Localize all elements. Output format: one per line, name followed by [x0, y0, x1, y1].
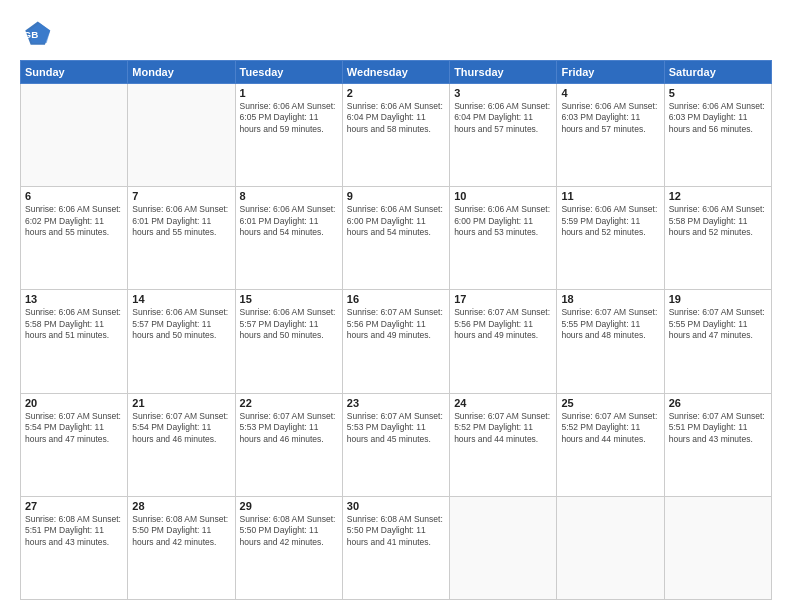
day-number: 16 — [347, 293, 445, 305]
weekday-header-saturday: Saturday — [664, 61, 771, 84]
calendar-cell: 16Sunrise: 6:07 AM Sunset: 5:56 PM Dayli… — [342, 290, 449, 393]
calendar-cell — [450, 496, 557, 599]
day-number: 18 — [561, 293, 659, 305]
day-number: 5 — [669, 87, 767, 99]
calendar-cell: 2Sunrise: 6:06 AM Sunset: 6:04 PM Daylig… — [342, 84, 449, 187]
calendar-cell: 17Sunrise: 6:07 AM Sunset: 5:56 PM Dayli… — [450, 290, 557, 393]
weekday-header-wednesday: Wednesday — [342, 61, 449, 84]
calendar-cell: 29Sunrise: 6:08 AM Sunset: 5:50 PM Dayli… — [235, 496, 342, 599]
calendar-cell: 1Sunrise: 6:06 AM Sunset: 6:05 PM Daylig… — [235, 84, 342, 187]
calendar-cell: 27Sunrise: 6:08 AM Sunset: 5:51 PM Dayli… — [21, 496, 128, 599]
calendar-cell: 21Sunrise: 6:07 AM Sunset: 5:54 PM Dayli… — [128, 393, 235, 496]
day-info: Sunrise: 6:06 AM Sunset: 5:59 PM Dayligh… — [561, 204, 659, 238]
weekday-header-monday: Monday — [128, 61, 235, 84]
day-info: Sunrise: 6:07 AM Sunset: 5:56 PM Dayligh… — [454, 307, 552, 341]
day-info: Sunrise: 6:06 AM Sunset: 6:04 PM Dayligh… — [454, 101, 552, 135]
calendar-week-row: 6Sunrise: 6:06 AM Sunset: 6:02 PM Daylig… — [21, 187, 772, 290]
day-info: Sunrise: 6:06 AM Sunset: 6:01 PM Dayligh… — [132, 204, 230, 238]
day-info: Sunrise: 6:06 AM Sunset: 6:03 PM Dayligh… — [669, 101, 767, 135]
calendar-cell: 24Sunrise: 6:07 AM Sunset: 5:52 PM Dayli… — [450, 393, 557, 496]
calendar-cell — [21, 84, 128, 187]
calendar-cell: 3Sunrise: 6:06 AM Sunset: 6:04 PM Daylig… — [450, 84, 557, 187]
calendar-week-row: 1Sunrise: 6:06 AM Sunset: 6:05 PM Daylig… — [21, 84, 772, 187]
day-info: Sunrise: 6:08 AM Sunset: 5:50 PM Dayligh… — [240, 514, 338, 548]
day-number: 3 — [454, 87, 552, 99]
calendar-cell: 8Sunrise: 6:06 AM Sunset: 6:01 PM Daylig… — [235, 187, 342, 290]
calendar-cell: 12Sunrise: 6:06 AM Sunset: 5:58 PM Dayli… — [664, 187, 771, 290]
weekday-header-sunday: Sunday — [21, 61, 128, 84]
day-info: Sunrise: 6:06 AM Sunset: 6:03 PM Dayligh… — [561, 101, 659, 135]
day-info: Sunrise: 6:07 AM Sunset: 5:52 PM Dayligh… — [561, 411, 659, 445]
day-number: 20 — [25, 397, 123, 409]
calendar-cell: 18Sunrise: 6:07 AM Sunset: 5:55 PM Dayli… — [557, 290, 664, 393]
day-number: 26 — [669, 397, 767, 409]
day-number: 13 — [25, 293, 123, 305]
day-info: Sunrise: 6:07 AM Sunset: 5:55 PM Dayligh… — [669, 307, 767, 341]
day-number: 1 — [240, 87, 338, 99]
calendar-cell — [557, 496, 664, 599]
day-info: Sunrise: 6:06 AM Sunset: 5:57 PM Dayligh… — [132, 307, 230, 341]
day-info: Sunrise: 6:07 AM Sunset: 5:51 PM Dayligh… — [669, 411, 767, 445]
day-number: 15 — [240, 293, 338, 305]
calendar-cell: 19Sunrise: 6:07 AM Sunset: 5:55 PM Dayli… — [664, 290, 771, 393]
logo-icon: GB — [20, 18, 52, 50]
day-number: 17 — [454, 293, 552, 305]
day-info: Sunrise: 6:08 AM Sunset: 5:51 PM Dayligh… — [25, 514, 123, 548]
calendar-cell: 25Sunrise: 6:07 AM Sunset: 5:52 PM Dayli… — [557, 393, 664, 496]
day-info: Sunrise: 6:07 AM Sunset: 5:53 PM Dayligh… — [347, 411, 445, 445]
day-info: Sunrise: 6:06 AM Sunset: 6:00 PM Dayligh… — [454, 204, 552, 238]
day-info: Sunrise: 6:07 AM Sunset: 5:56 PM Dayligh… — [347, 307, 445, 341]
day-number: 30 — [347, 500, 445, 512]
page: GB SundayMondayTuesdayWednesdayThursdayF… — [0, 0, 792, 612]
calendar-week-row: 27Sunrise: 6:08 AM Sunset: 5:51 PM Dayli… — [21, 496, 772, 599]
day-info: Sunrise: 6:07 AM Sunset: 5:54 PM Dayligh… — [132, 411, 230, 445]
calendar-week-row: 20Sunrise: 6:07 AM Sunset: 5:54 PM Dayli… — [21, 393, 772, 496]
calendar-cell: 10Sunrise: 6:06 AM Sunset: 6:00 PM Dayli… — [450, 187, 557, 290]
day-info: Sunrise: 6:06 AM Sunset: 5:58 PM Dayligh… — [669, 204, 767, 238]
weekday-header-friday: Friday — [557, 61, 664, 84]
day-info: Sunrise: 6:06 AM Sunset: 6:05 PM Dayligh… — [240, 101, 338, 135]
calendar-cell: 14Sunrise: 6:06 AM Sunset: 5:57 PM Dayli… — [128, 290, 235, 393]
day-info: Sunrise: 6:06 AM Sunset: 5:58 PM Dayligh… — [25, 307, 123, 341]
weekday-header-thursday: Thursday — [450, 61, 557, 84]
calendar-cell: 13Sunrise: 6:06 AM Sunset: 5:58 PM Dayli… — [21, 290, 128, 393]
day-number: 7 — [132, 190, 230, 202]
day-info: Sunrise: 6:06 AM Sunset: 6:01 PM Dayligh… — [240, 204, 338, 238]
day-info: Sunrise: 6:07 AM Sunset: 5:53 PM Dayligh… — [240, 411, 338, 445]
day-info: Sunrise: 6:06 AM Sunset: 6:00 PM Dayligh… — [347, 204, 445, 238]
calendar-cell: 11Sunrise: 6:06 AM Sunset: 5:59 PM Dayli… — [557, 187, 664, 290]
calendar-cell: 7Sunrise: 6:06 AM Sunset: 6:01 PM Daylig… — [128, 187, 235, 290]
calendar-cell: 20Sunrise: 6:07 AM Sunset: 5:54 PM Dayli… — [21, 393, 128, 496]
calendar-cell: 5Sunrise: 6:06 AM Sunset: 6:03 PM Daylig… — [664, 84, 771, 187]
day-number: 9 — [347, 190, 445, 202]
day-info: Sunrise: 6:08 AM Sunset: 5:50 PM Dayligh… — [132, 514, 230, 548]
calendar-cell: 9Sunrise: 6:06 AM Sunset: 6:00 PM Daylig… — [342, 187, 449, 290]
calendar-cell — [128, 84, 235, 187]
day-number: 22 — [240, 397, 338, 409]
day-number: 11 — [561, 190, 659, 202]
calendar-week-row: 13Sunrise: 6:06 AM Sunset: 5:58 PM Dayli… — [21, 290, 772, 393]
day-number: 28 — [132, 500, 230, 512]
calendar-cell — [664, 496, 771, 599]
calendar-cell: 23Sunrise: 6:07 AM Sunset: 5:53 PM Dayli… — [342, 393, 449, 496]
svg-text:GB: GB — [24, 29, 39, 40]
day-number: 8 — [240, 190, 338, 202]
calendar-table: SundayMondayTuesdayWednesdayThursdayFrid… — [20, 60, 772, 600]
day-info: Sunrise: 6:07 AM Sunset: 5:52 PM Dayligh… — [454, 411, 552, 445]
day-number: 25 — [561, 397, 659, 409]
header: GB — [20, 18, 772, 50]
day-number: 29 — [240, 500, 338, 512]
calendar-cell: 6Sunrise: 6:06 AM Sunset: 6:02 PM Daylig… — [21, 187, 128, 290]
day-number: 6 — [25, 190, 123, 202]
day-number: 24 — [454, 397, 552, 409]
weekday-header-row: SundayMondayTuesdayWednesdayThursdayFrid… — [21, 61, 772, 84]
day-number: 2 — [347, 87, 445, 99]
day-number: 27 — [25, 500, 123, 512]
day-info: Sunrise: 6:07 AM Sunset: 5:54 PM Dayligh… — [25, 411, 123, 445]
day-number: 19 — [669, 293, 767, 305]
day-info: Sunrise: 6:08 AM Sunset: 5:50 PM Dayligh… — [347, 514, 445, 548]
day-info: Sunrise: 6:06 AM Sunset: 5:57 PM Dayligh… — [240, 307, 338, 341]
day-number: 12 — [669, 190, 767, 202]
weekday-header-tuesday: Tuesday — [235, 61, 342, 84]
calendar-cell: 28Sunrise: 6:08 AM Sunset: 5:50 PM Dayli… — [128, 496, 235, 599]
